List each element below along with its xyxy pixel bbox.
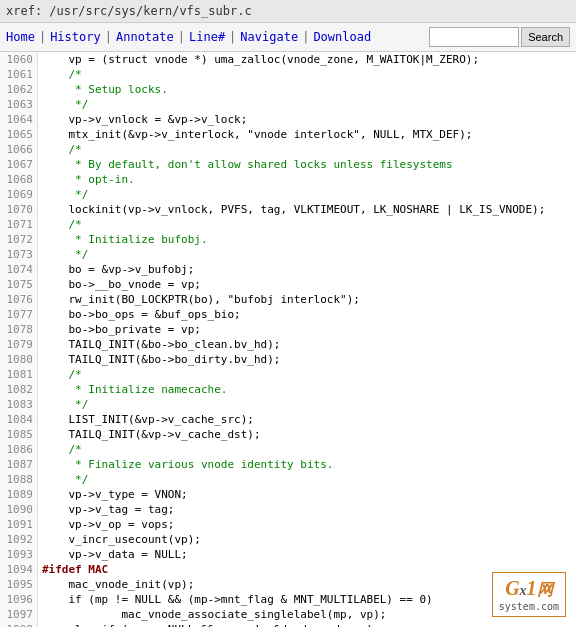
code-line: */ [42, 97, 572, 112]
line-number: 1075 [0, 277, 37, 292]
line-number: 1062 [0, 82, 37, 97]
line-number: 1089 [0, 487, 37, 502]
line-number: 1097 [0, 607, 37, 622]
line-number: 1085 [0, 427, 37, 442]
code-line: /* [42, 142, 572, 157]
code-line: vp->v_data = NULL; [42, 547, 572, 562]
line-number: 1073 [0, 247, 37, 262]
line-number: 1094 [0, 562, 37, 577]
line-number: 1083 [0, 397, 37, 412]
line-number: 1082 [0, 382, 37, 397]
code-line: vp->v_vnlock = &vp->v_lock; [42, 112, 572, 127]
line-number: 1079 [0, 337, 37, 352]
line-number: 1080 [0, 352, 37, 367]
sep1: | [39, 30, 46, 44]
line-number: 1092 [0, 532, 37, 547]
sep5: | [302, 30, 309, 44]
sep3: | [178, 30, 185, 44]
line-number: 1071 [0, 217, 37, 232]
nav-history[interactable]: History [50, 30, 101, 44]
code-line: /* [42, 217, 572, 232]
code-line: v_incr_usecount(vp); [42, 532, 572, 547]
navigation-bar: Home | History | Annotate | Line# | Navi… [0, 23, 576, 52]
code-line: TAILQ_INIT(&bo->bo_clean.bv_hd); [42, 337, 572, 352]
line-number: 1064 [0, 112, 37, 127]
code-line: mtx_init(&vp->v_interlock, "vnode interl… [42, 127, 572, 142]
code-line: vp->v_type = VNON; [42, 487, 572, 502]
line-number: 1095 [0, 577, 37, 592]
line-number: 1078 [0, 322, 37, 337]
nav-download[interactable]: Download [313, 30, 371, 44]
code-line: * By default, don't allow shared locks u… [42, 157, 572, 172]
line-number: 1081 [0, 367, 37, 382]
line-number: 1063 [0, 97, 37, 112]
sep4: | [229, 30, 236, 44]
watermark-domain: system.com [499, 601, 559, 612]
code-line: */ [42, 397, 572, 412]
line-number: 1086 [0, 442, 37, 457]
nav-home[interactable]: Home [6, 30, 35, 44]
line-number: 1066 [0, 142, 37, 157]
line-number: 1070 [0, 202, 37, 217]
code-line: */ [42, 472, 572, 487]
code-line: /* [42, 367, 572, 382]
code-content: vp = (struct vnode *) uma_zalloc(vnode_z… [38, 52, 576, 627]
code-line: bo = &vp->v_bufobj; [42, 262, 572, 277]
sep2: | [105, 30, 112, 44]
line-number: 1096 [0, 592, 37, 607]
code-line: lockinit(vp->v_vnlock, PVFS, tag, VLKTIM… [42, 202, 572, 217]
code-line: TAILQ_INIT(&bo->bo_dirty.bv_hd); [42, 352, 572, 367]
line-number: 1067 [0, 157, 37, 172]
code-line: /* [42, 442, 572, 457]
code-line: */ [42, 187, 572, 202]
code-line: /* [42, 67, 572, 82]
code-line: * Initialize bufobj. [42, 232, 572, 247]
nav-navigate[interactable]: Navigate [240, 30, 298, 44]
code-line: bo->bo_ops = &buf_ops_bio; [42, 307, 572, 322]
code-line: vp->v_op = vops; [42, 517, 572, 532]
search-input[interactable] [429, 27, 519, 47]
line-number: 1091 [0, 517, 37, 532]
code-line: */ [42, 247, 572, 262]
line-number: 1069 [0, 187, 37, 202]
line-number: 1076 [0, 292, 37, 307]
code-line: * Setup locks. [42, 82, 572, 97]
watermark: Gx1网 system.com [492, 572, 566, 617]
watermark-logo: Gx1网 [499, 577, 559, 601]
line-number: 1072 [0, 232, 37, 247]
line-number: 1088 [0, 472, 37, 487]
code-line: rw_init(BO_LOCKPTR(bo), "bufobj interloc… [42, 292, 572, 307]
search-container: Search [429, 27, 570, 47]
line-number: 1065 [0, 127, 37, 142]
watermark-box: Gx1网 system.com [492, 572, 566, 617]
line-number: 1093 [0, 547, 37, 562]
code-line: * opt-in. [42, 172, 572, 187]
line-number: 1061 [0, 67, 37, 82]
filepath-bar: xref: /usr/src/sys/kern/vfs_subr.c [0, 0, 576, 23]
code-line: * Finalize various vnode identity bits. [42, 457, 572, 472]
filepath-text: xref: /usr/src/sys/kern/vfs_subr.c [6, 4, 252, 18]
line-number: 1077 [0, 307, 37, 322]
line-number: 1068 [0, 172, 37, 187]
code-line: * Initialize namecache. [42, 382, 572, 397]
code-line: else if (mp == NULL && vops != &dead_vno… [42, 622, 572, 627]
code-line: vp = (struct vnode *) uma_zalloc(vnode_z… [42, 52, 572, 67]
code-line: bo->bo_private = vp; [42, 322, 572, 337]
line-number: 1098 [0, 622, 37, 627]
line-number: 1060 [0, 52, 37, 67]
code-line: TAILQ_INIT(&vp->v_cache_dst); [42, 427, 572, 442]
search-button[interactable]: Search [521, 27, 570, 47]
line-number: 1074 [0, 262, 37, 277]
line-number: 1090 [0, 502, 37, 517]
line-number: 1087 [0, 457, 37, 472]
nav-annotate[interactable]: Annotate [116, 30, 174, 44]
line-number: 1084 [0, 412, 37, 427]
code-line: bo->__bo_vnode = vp; [42, 277, 572, 292]
code-area: 1060106110621063106410651066106710681069… [0, 52, 576, 627]
code-line: LIST_INIT(&vp->v_cache_src); [42, 412, 572, 427]
line-numbers: 1060106110621063106410651066106710681069… [0, 52, 38, 627]
code-line: vp->v_tag = tag; [42, 502, 572, 517]
nav-lineno[interactable]: Line# [189, 30, 225, 44]
